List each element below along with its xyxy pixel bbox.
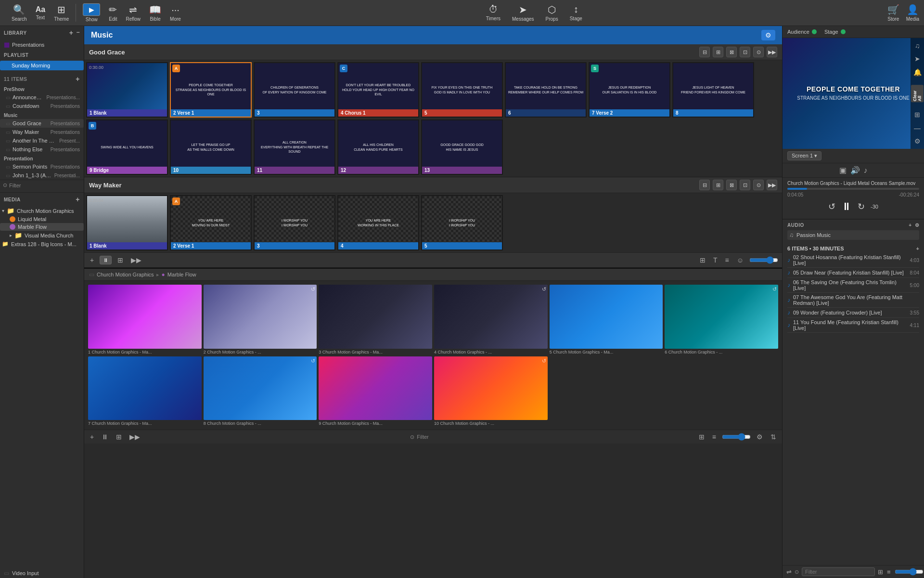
item-4[interactable]: ♪ 07 The Awesome God You Are (Featuring …	[787, 293, 919, 308]
text-toggle-btn[interactable]: T	[711, 255, 719, 265]
wm-slide-1[interactable]: 0:20.04 1 Blank	[86, 195, 168, 250]
item-1[interactable]: ♪ 02 Shout Hosanna (Featuring Kristian S…	[787, 253, 919, 268]
audio-settings-btn[interactable]: ⚙	[915, 223, 920, 228]
media-path-root[interactable]: Church Motion Graphics	[97, 272, 154, 277]
pause-main-btn[interactable]: ⏸	[841, 200, 852, 213]
more-tool[interactable]: ··· More	[170, 4, 181, 22]
gg-slide-12[interactable]: ALL HIS CHILDRENCLEAN HANDS PURE HEARTS …	[337, 119, 419, 175]
video-icon[interactable]: ▣	[839, 166, 847, 175]
library-collapse-btn[interactable]: −	[76, 29, 80, 37]
next-slide-btn[interactable]: ▶▶	[129, 255, 143, 265]
size-slider[interactable]	[749, 256, 778, 264]
item-5[interactable]: ♪ 09 Wonder (Featuring Crowder) [Live] 3…	[787, 308, 919, 318]
rewind-10-btn[interactable]: ↺	[828, 201, 835, 212]
gg-ctrl-5[interactable]: ⊙	[753, 47, 764, 57]
rp-arrow-icon[interactable]: ➤	[912, 54, 923, 64]
play-pause-btn[interactable]: ⏸	[100, 256, 112, 264]
media-path-current[interactable]: Marble Flow	[167, 272, 196, 277]
rbt-grid-btn[interactable]: ⊞	[878, 568, 883, 576]
add-slide-btn[interactable]: +	[88, 255, 96, 265]
progress-bar-container[interactable]	[787, 188, 919, 190]
john-item[interactable]: ▭ John 1_1-3 (ASB) Presentati...	[0, 171, 84, 180]
emoji-toggle-btn[interactable]: ☺	[735, 255, 745, 265]
audio-item[interactable]: ♫ Passion Music	[787, 230, 919, 240]
media-item-1[interactable]: 1 Church Motion Graphics - Ma...	[88, 285, 202, 355]
reflow-tool[interactable]: ⇌ Reflow	[126, 4, 141, 22]
gg-slide-3[interactable]: CHILDREN OF GENERATIONSOF EVERY NATION O…	[254, 62, 335, 118]
extras-item[interactable]: 📁 Extras 128 - Big Icons - M...	[0, 240, 84, 248]
media-size-slider[interactable]	[722, 433, 751, 441]
media-next-btn[interactable]: ▶▶	[128, 432, 142, 442]
rp-speaker-icon[interactable]: 🔔	[912, 67, 923, 77]
edit-tool[interactable]: ✏ Edit	[109, 4, 117, 22]
gg-ctrl-1[interactable]: ⊟	[699, 47, 710, 57]
visual-media-item[interactable]: ▸ 📁 Visual Media Church	[0, 231, 84, 240]
gg-slide-5[interactable]: FIX YOUR EYES ON THIS ONE TRUTHGOD IS MA…	[421, 62, 503, 118]
media-sort-btn[interactable]: ⇅	[769, 432, 778, 442]
show-tool[interactable]: ▶ Show	[83, 3, 100, 22]
wm-slide-2[interactable]: YOU ARE HEREMOVING IN OUR MIDST A 2 Vers…	[170, 195, 252, 250]
text-tool[interactable]: Aa Text	[36, 5, 45, 20]
stage-tool[interactable]: ↕ Stage	[570, 4, 582, 22]
audio-ctrl-icon[interactable]: 🔊	[850, 166, 860, 175]
marble-flow-item[interactable]: Marble Flow	[0, 223, 84, 231]
store-tool[interactable]: 🛒 Store	[887, 4, 899, 22]
gg-slide-13[interactable]: GOOD GRACE GOOD GODHIS NAME IS JESUS 13	[421, 119, 503, 175]
media-list-view-btn[interactable]: ≡	[710, 432, 718, 442]
item-3[interactable]: ♪ 06 The Saving One (Featuring Chris Tom…	[787, 278, 919, 293]
gg-slide-10[interactable]: LET THE PRAISE GO UPAS THE WALLS COME DO…	[170, 119, 252, 175]
props-tool[interactable]: ⬡ Props	[546, 4, 558, 22]
liquid-metal-item[interactable]: Liquid Metal	[0, 215, 84, 223]
list-toggle-btn[interactable]: ≡	[723, 255, 731, 265]
clear-btn[interactable]: Clear All	[911, 85, 924, 102]
audio-add-btn[interactable]: +	[909, 223, 911, 228]
rp-dash-icon[interactable]: —	[912, 123, 923, 133]
search-tool[interactable]: 🔍 Search	[12, 4, 27, 22]
items-add-btn[interactable]: +	[76, 75, 80, 83]
rp-grid-icon[interactable]: ⊞	[912, 110, 923, 119]
gg-slide-7[interactable]: JESUS OUR REDEMPTIONOUR SALVATION IS IN …	[589, 62, 670, 118]
item-2[interactable]: ♪ 05 Draw Near (Featuring Kristian Stanf…	[787, 268, 919, 278]
music-note-icon[interactable]: ♪	[864, 166, 868, 175]
item-6[interactable]: ♪ 11 You Found Me (Featuring Kristian St…	[787, 318, 919, 333]
wm-slide-5[interactable]: I WORSHIP YOUI WORSHIP YOU 5	[421, 195, 503, 250]
show-play-btn[interactable]: ▶	[83, 3, 100, 16]
media-item-5[interactable]: 5 Church Motion Graphics - Ma...	[550, 285, 663, 355]
music-settings-btn[interactable]: ⚙	[761, 30, 775, 40]
grid-toggle-btn[interactable]: ⊞	[698, 255, 707, 265]
media-tool[interactable]: 👤 Media	[906, 4, 919, 22]
announcements-item[interactable]: ▭ Announcements Presentations...	[0, 93, 84, 102]
gg-slide-6[interactable]: TAKE COURAGE HOLD ON BE STRONGREMEMBER W…	[505, 62, 587, 118]
church-motion-folder[interactable]: ▾ 📁 Church Motion Graphics	[0, 206, 84, 215]
gg-ctrl-2[interactable]: ⊞	[713, 47, 723, 57]
items-add-btn[interactable]: +	[916, 246, 919, 251]
wm-ctrl-5[interactable]: ⊙	[753, 180, 764, 190]
sunday-morning-playlist[interactable]: ☰ Sunday Morning	[0, 61, 84, 70]
media-grid-view-btn[interactable]: ⊞	[697, 432, 706, 442]
right-size-slider[interactable]	[895, 568, 924, 576]
messages-tool[interactable]: ➤ Messages	[512, 4, 534, 22]
media-item-7[interactable]: 7 Church Motion Graphics - Ma...	[88, 356, 202, 426]
wm-slide-3[interactable]: I WORSHIP YOUI WORSHIP YOU 3	[254, 195, 335, 250]
media-add-btn[interactable]: +	[76, 196, 80, 203]
media-item-10[interactable]: ↺ 10 Church Motion Graphics - ...	[434, 356, 548, 426]
gg-slide-9[interactable]: SWING WIDE ALL YOU HEAVENS B 9 Bridge	[86, 119, 168, 175]
media-item-9[interactable]: 9 Church Motion Graphics - Ma...	[319, 356, 432, 426]
gg-ctrl-4[interactable]: ⊡	[740, 47, 750, 57]
grid-view-btn[interactable]: ⊞	[116, 255, 125, 265]
wm-ctrl-1[interactable]: ⊟	[699, 180, 710, 190]
video-input-item[interactable]: ▭ Video Input	[0, 568, 84, 578]
theme-tool[interactable]: ⊞ Theme	[54, 4, 69, 22]
wm-ctrl-6[interactable]: ▶▶	[767, 180, 777, 190]
sermon-points-item[interactable]: ▭ Sermon Points Presentations	[0, 162, 84, 171]
another-in-fire-item[interactable]: ▭ Another In The Fire Present...	[0, 136, 84, 145]
wm-ctrl-2[interactable]: ⊞	[713, 180, 723, 190]
wm-ctrl-4[interactable]: ⊡	[740, 180, 750, 190]
bible-tool[interactable]: 📖 Bible	[149, 4, 161, 22]
speed-btn[interactable]: -30	[871, 204, 878, 210]
media-item-8[interactable]: ↺ 8 Church Motion Graphics - ...	[204, 356, 317, 426]
gg-slide-1[interactable]: 0:30.00 1 Blank	[86, 62, 168, 118]
media-item-3[interactable]: 3 Church Motion Graphics - Ma...	[319, 285, 432, 355]
rp-music-icon[interactable]: ♫	[912, 41, 923, 51]
media-item-4[interactable]: ↺ 4 Church Motion Graphics - ...	[434, 285, 548, 355]
